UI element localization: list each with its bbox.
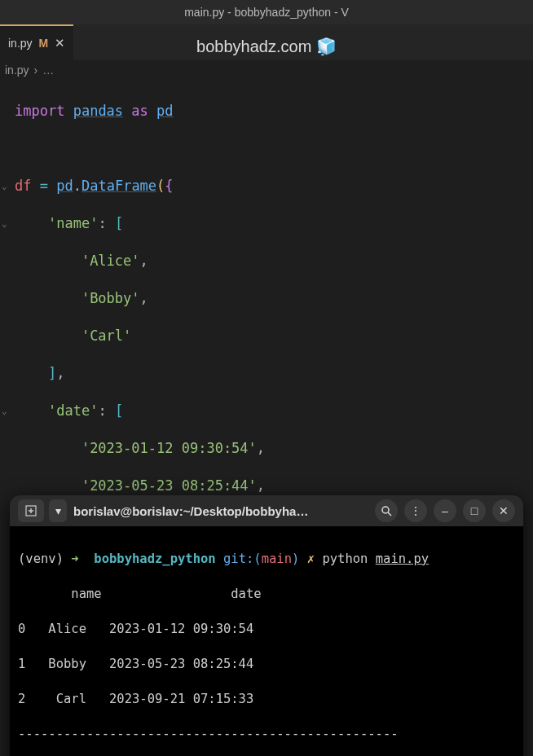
terminal-title: borislav@borislav:~/Desktop/bobbyhadz_..… [73, 504, 310, 518]
code-line: import pandas as pd [15, 102, 518, 121]
window-title: main.py - bobbyhadz_python - V [184, 6, 349, 19]
cube-icon: 🧊 [316, 37, 337, 56]
new-tab-button[interactable] [18, 499, 44, 522]
code-line: '2023-05-23 08:25:44', [15, 477, 518, 495]
terminal-output: name date [18, 586, 515, 604]
terminal-line: (venv) ➜ bobbyhadz_python git:(main) ✗ p… [18, 551, 515, 569]
watermark: bobbyhadz.com 🧊 [0, 37, 533, 56]
close-button[interactable]: ✕ [492, 499, 515, 522]
fold-icon[interactable]: ⌄ [2, 177, 7, 196]
terminal-body[interactable]: (venv) ➜ bobbyhadz_python git:(main) ✗ p… [10, 526, 523, 756]
menu-icon[interactable]: ⋮ [404, 499, 427, 522]
svg-line-4 [388, 512, 391, 516]
chevron-right-icon: › [34, 64, 38, 77]
code-line: ], [15, 364, 518, 383]
maximize-button[interactable]: □ [463, 499, 486, 522]
code-line [15, 139, 518, 158]
code-line: 'Carl' [15, 327, 518, 345]
minimize-button[interactable]: – [434, 499, 456, 522]
terminal-title-bar: ▾ borislav@borislav:~/Desktop/bobbyhadz_… [10, 495, 523, 526]
chevron-down-icon[interactable]: ▾ [49, 499, 67, 522]
fold-icon[interactable]: ⌄ [2, 402, 7, 420]
code-line: 'Alice', [15, 252, 518, 270]
terminal-output: 0 Alice 2023-01-12 09:30:54 [18, 621, 515, 639]
search-icon[interactable] [375, 499, 398, 522]
watermark-text: bobbyhadz.com [196, 37, 311, 55]
breadcrumb-more: … [42, 64, 54, 77]
window-title-bar: main.py - bobbyhadz_python - V [0, 0, 533, 24]
breadcrumb-file: in.py [5, 64, 29, 77]
code-line: ⌄ 'date': [ [15, 402, 518, 420]
code-line: 'Bobby', [15, 289, 518, 308]
fold-icon[interactable]: ⌄ [2, 214, 7, 233]
code-line: ⌄ 'name': [ [15, 214, 518, 233]
terminal-output: ----------------------------------------… [18, 726, 515, 744]
terminal-window: ▾ borislav@borislav:~/Desktop/bobbyhadz_… [10, 495, 523, 756]
code-line: '2023-01-12 09:30:54', [15, 439, 518, 458]
breadcrumb[interactable]: in.py › … [0, 60, 533, 80]
terminal-output: 1 Bobby 2023-05-23 08:25:44 [18, 656, 515, 674]
terminal-output: 2 Carl 2023-09-21 07:15:33 [18, 691, 515, 709]
code-line: ⌄df = pd.DataFrame({ [15, 177, 518, 196]
svg-point-3 [382, 507, 389, 513]
